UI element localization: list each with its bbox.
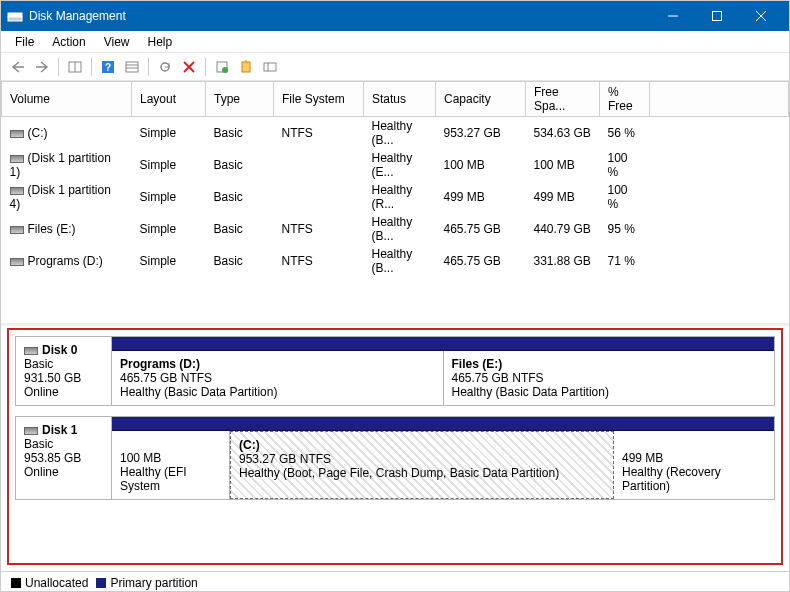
volume-list-pane: Volume Layout Type File System Status Ca… xyxy=(1,81,789,326)
svg-point-17 xyxy=(222,67,228,73)
legend-bar: Unallocated Primary partition xyxy=(1,571,789,592)
volume-table[interactable]: Volume Layout Type File System Status Ca… xyxy=(1,81,789,277)
partition-size: 499 MB xyxy=(622,451,663,465)
table-row[interactable]: Files (E:)SimpleBasicNTFSHealthy (B...46… xyxy=(2,213,789,245)
content-area: Volume Layout Type File System Status Ca… xyxy=(1,81,789,571)
close-button[interactable] xyxy=(739,1,783,31)
table-header-row: Volume Layout Type File System Status Ca… xyxy=(2,82,789,117)
partition-c[interactable]: (C:) 953.27 GB NTFS Healthy (Boot, Page … xyxy=(230,431,614,499)
show-hide-button[interactable] xyxy=(64,56,86,78)
partition-size: 465.75 GB NTFS xyxy=(452,371,544,385)
col-fs[interactable]: File System xyxy=(274,82,364,117)
svg-rect-18 xyxy=(242,62,250,72)
svg-rect-3 xyxy=(713,12,722,21)
disk-header: Disk 1 Basic 953.85 GB Online xyxy=(16,417,112,499)
maximize-button[interactable] xyxy=(695,1,739,31)
col-status[interactable]: Status xyxy=(364,82,436,117)
legend-primary: Primary partition xyxy=(96,576,197,590)
partition-health: Healthy (Basic Data Partition) xyxy=(452,385,609,399)
svg-rect-0 xyxy=(8,13,22,17)
disk-header: Disk 0 Basic 931.50 GB Online xyxy=(16,337,112,405)
window-title: Disk Management xyxy=(29,9,651,23)
table-row[interactable]: (Disk 1 partition 1)SimpleBasicHealthy (… xyxy=(2,149,789,181)
titlebar: Disk Management xyxy=(1,1,789,31)
partition-title: Files (E:) xyxy=(452,357,767,371)
menubar: File Action View Help xyxy=(1,31,789,53)
menu-file[interactable]: File xyxy=(7,33,42,51)
swatch-unallocated xyxy=(11,578,21,588)
divider xyxy=(91,58,92,76)
col-free[interactable]: Free Spa... xyxy=(526,82,600,117)
svg-rect-10 xyxy=(126,62,138,72)
table-row[interactable]: Programs (D:)SimpleBasicNTFSHealthy (B..… xyxy=(2,245,789,277)
menu-help[interactable]: Help xyxy=(140,33,181,51)
partition-health: Healthy (Boot, Page File, Crash Dump, Ba… xyxy=(239,466,559,480)
disk-row-1[interactable]: Disk 1 Basic 953.85 GB Online 100 MB Hea… xyxy=(15,416,775,500)
disk-size: 931.50 GB xyxy=(24,371,81,385)
partition-health: Healthy (Recovery Partition) xyxy=(622,465,721,493)
divider xyxy=(148,58,149,76)
menu-view[interactable]: View xyxy=(96,33,138,51)
partition-health: Healthy (EFI System xyxy=(120,465,187,493)
legend-unallocated: Unallocated xyxy=(11,576,88,590)
disk-size: 953.85 GB xyxy=(24,451,81,465)
disk-icon xyxy=(24,427,38,435)
settings-list-button[interactable] xyxy=(121,56,143,78)
table-row[interactable]: (Disk 1 partition 4)SimpleBasicHealthy (… xyxy=(2,181,789,213)
col-type[interactable]: Type xyxy=(206,82,274,117)
properties-button[interactable] xyxy=(211,56,233,78)
disk-icon xyxy=(24,347,38,355)
partition-color-bar xyxy=(112,337,774,351)
partition-strip: 100 MB Healthy (EFI System (C:) 953.27 G… xyxy=(112,417,774,499)
app-icon xyxy=(7,7,23,26)
refresh-button[interactable] xyxy=(154,56,176,78)
partition-title: (C:) xyxy=(239,438,605,452)
delete-button[interactable] xyxy=(178,56,200,78)
minimize-button[interactable] xyxy=(651,1,695,31)
partition-color-bar xyxy=(112,417,774,431)
partition-strip: Programs (D:) 465.75 GB NTFS Healthy (Ba… xyxy=(112,337,774,405)
disk-status: Online xyxy=(24,385,59,399)
partition-size: 100 MB xyxy=(120,451,161,465)
forward-button[interactable] xyxy=(31,56,53,78)
menu-action[interactable]: Action xyxy=(44,33,93,51)
disk-name: Disk 1 xyxy=(42,423,77,437)
disk-status: Online xyxy=(24,465,59,479)
svg-rect-1 xyxy=(8,17,22,21)
table-row[interactable]: (C:)SimpleBasicNTFSHealthy (B...953.27 G… xyxy=(2,117,789,150)
partition-size: 953.27 GB NTFS xyxy=(239,452,331,466)
divider xyxy=(58,58,59,76)
divider xyxy=(205,58,206,76)
back-button[interactable] xyxy=(7,56,29,78)
action-button[interactable] xyxy=(235,56,257,78)
svg-text:?: ? xyxy=(105,62,111,73)
col-layout[interactable]: Layout xyxy=(132,82,206,117)
partition-efi[interactable]: 100 MB Healthy (EFI System xyxy=(112,431,230,499)
col-spacer xyxy=(650,82,789,117)
disk-type: Basic xyxy=(24,357,53,371)
partition-recovery[interactable]: 499 MB Healthy (Recovery Partition) xyxy=(614,431,774,499)
partition-size: 465.75 GB NTFS xyxy=(120,371,212,385)
col-capacity[interactable]: Capacity xyxy=(436,82,526,117)
toolbar: ? xyxy=(1,53,789,81)
disk-graphical-pane: Disk 0 Basic 931.50 GB Online Programs (… xyxy=(7,328,783,565)
swatch-primary xyxy=(96,578,106,588)
help-button[interactable]: ? xyxy=(97,56,119,78)
col-pct[interactable]: % Free xyxy=(600,82,650,117)
partition-health: Healthy (Basic Data Partition) xyxy=(120,385,277,399)
partition-title: Programs (D:) xyxy=(120,357,435,371)
view-button[interactable] xyxy=(259,56,281,78)
col-volume[interactable]: Volume xyxy=(2,82,132,117)
disk-type: Basic xyxy=(24,437,53,451)
disk-row-0[interactable]: Disk 0 Basic 931.50 GB Online Programs (… xyxy=(15,336,775,406)
partition-files-e[interactable]: Files (E:) 465.75 GB NTFS Healthy (Basic… xyxy=(444,351,775,405)
disk-name: Disk 0 xyxy=(42,343,77,357)
svg-rect-19 xyxy=(264,63,276,71)
partition-programs-d[interactable]: Programs (D:) 465.75 GB NTFS Healthy (Ba… xyxy=(112,351,444,405)
